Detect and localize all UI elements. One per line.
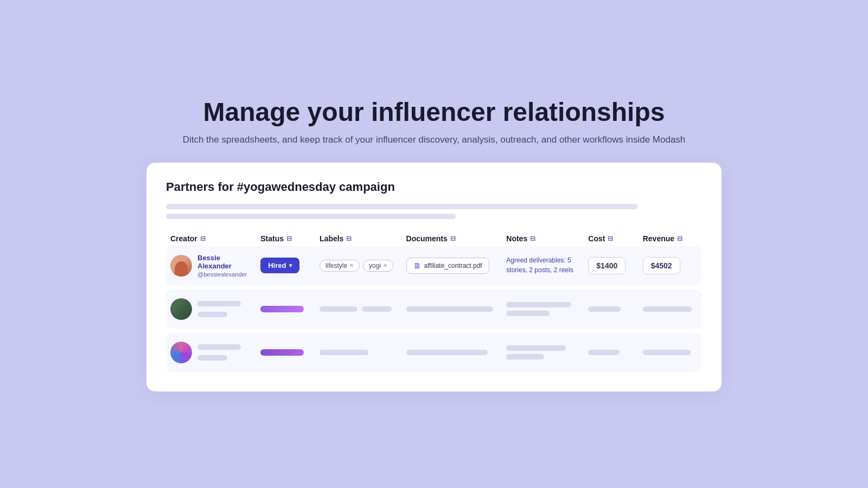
status-cell-3 [260,349,311,356]
cost-cell-2 [588,306,634,312]
notes-placeholder-2a [506,302,571,307]
revenue-value-1: $4502 [643,257,680,274]
status-cell-1: Hired ▾ [260,258,311,273]
chevron-down-icon: ▾ [289,262,292,268]
creator-cell-3 [170,342,252,363]
cost-value-1: $1400 [588,257,626,274]
col-header-creator: Creator ⊟ [170,234,252,243]
revenue-cell-3 [643,350,698,355]
notes-placeholder-2b [506,311,550,316]
table-header: Creator ⊟ Status ⊟ Labels ⊟ Documents ⊟ … [166,234,702,243]
docs-cell-3 [406,350,498,355]
notes-cell-2 [506,302,579,316]
filter-labels-icon[interactable]: ⊟ [346,235,352,242]
remove-lifestyle-icon[interactable]: ✕ [349,262,354,268]
cost-placeholder-2 [588,306,621,312]
status-bar-3 [260,349,304,356]
remove-yogi-icon[interactable]: ✕ [383,262,387,268]
creator-name-placeholder-3 [197,344,241,350]
card-title: Partners for #yogawednesday campaign [166,180,702,194]
table-row [166,290,702,329]
filter-documents-icon[interactable]: ⊟ [450,235,456,242]
creator-cell-2 [170,298,252,320]
labels-cell-2 [320,306,397,312]
col-header-documents: Documents ⊟ [406,234,498,243]
status-bar-2 [260,306,304,312]
col-header-notes: Notes ⊟ [506,234,579,243]
docs-cell-2 [406,306,498,312]
filter-revenue-icon[interactable]: ⊟ [677,235,682,242]
avatar-3 [170,342,192,363]
avatar-2 [170,298,192,320]
avatar-1 [170,255,192,277]
creator-info-1: Bessie Alexander @bessie­alexander [197,254,252,278]
notes-placeholder-3b [506,354,544,359]
doc-placeholder-3 [406,350,488,355]
filter-creator-icon[interactable]: ⊟ [200,235,206,242]
filter-notes-icon[interactable]: ⊟ [530,235,535,242]
creator-name-1: Bessie Alexander [197,254,252,270]
creator-info-2 [197,301,241,317]
search-bars [166,204,702,219]
status-cell-2 [260,306,311,312]
search-bar-partial [166,214,456,219]
filter-cost-icon[interactable]: ⊟ [608,235,613,242]
revenue-placeholder-2 [643,306,692,312]
creator-cell-1: Bessie Alexander @bessie­alexander [170,254,252,278]
revenue-cell-2 [643,306,698,312]
col-header-revenue: Revenue ⊟ [643,234,698,243]
doc-placeholder-2 [406,306,493,312]
labels-cell-1: lifestyle ✕ yogi ✕ [320,260,397,272]
label-lifestyle: lifestyle ✕ [320,260,360,272]
label-placeholder-3a [320,350,368,355]
table-row: Bessie Alexander @bessie­alexander Hired… [166,246,702,285]
label-yogi: yogi ✕ [363,260,393,272]
col-header-cost: Cost ⊟ [588,234,634,243]
creator-handle-placeholder-3 [197,355,227,361]
col-header-status: Status ⊟ [260,234,311,243]
creator-name-placeholder-2 [197,301,241,306]
cost-placeholder-3 [588,350,620,355]
creator-info-3 [197,344,241,361]
cost-cell-1: $1400 [588,257,634,274]
document-icon: 🗎 [413,261,421,270]
page-title: Manage your influencer relationships [183,97,686,127]
col-header-labels: Labels ⊟ [320,234,397,243]
revenue-placeholder-3 [643,350,691,355]
search-bar-full [166,204,637,209]
doc-chip-1[interactable]: 🗎 affiliate_contract.pdf [406,258,489,274]
label-placeholder-2a [320,306,358,312]
table-rows: Bessie Alexander @bessie­alexander Hired… [166,246,702,372]
page-header: Manage your influencer relationships Dit… [183,97,686,145]
labels-cell-3 [320,350,397,355]
page-subtitle: Ditch the spreadsheets, and keep track o… [183,134,686,145]
label-placeholder-2b [362,306,392,312]
notes-cell-3 [506,345,579,359]
revenue-cell-1: $4502 [643,257,698,274]
notes-cell-1: Agreed deliverables: 5 stories, 2 posts,… [506,256,579,275]
creator-handle-placeholder-2 [197,312,227,317]
creator-handle-1: @bessie­alexander [197,271,252,278]
filter-status-icon[interactable]: ⊟ [286,235,292,242]
notes-placeholder-3a [506,345,566,351]
cost-cell-3 [588,350,634,355]
docs-cell-1: 🗎 affiliate_contract.pdf [406,258,498,274]
hired-badge[interactable]: Hired ▾ [260,258,299,273]
table-row [166,333,702,372]
main-card: Partners for #yogawednesday campaign Cre… [146,163,722,391]
